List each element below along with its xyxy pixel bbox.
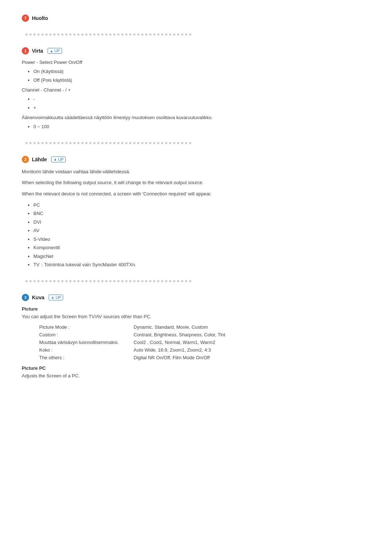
list-item: Koko : Auto Wide, 16:9, Zoom1, Zoom2, 4:… — [39, 347, 370, 353]
lahde-desc-line3: When the relevant device is not connecte… — [22, 190, 370, 198]
list-item: TV：Toimintoa tukevat vain SyncMaster 400… — [33, 261, 370, 268]
list-item-label: Muuttaa värisävyn luonnollisemmaksi. — [39, 340, 134, 345]
list-item: Muuttaa värisävyn luonnollisemmaksi. Coo… — [39, 340, 370, 345]
kuva-picture-desc: You can adjust the Screen from TV/AV sou… — [22, 313, 370, 321]
virta-channel-label: Channel - Channel - / + — [22, 87, 370, 93]
up-label: UP — [54, 49, 60, 53]
virta-header: 1 Virta ▲ UP — [22, 47, 370, 54]
virta-title: Virta — [32, 48, 43, 54]
virta-power-label: Power - Select Power On/Off — [22, 60, 370, 65]
kuva-up-badge[interactable]: ▲ UP — [49, 295, 63, 300]
up-arrow-icon: ▲ — [53, 157, 57, 161]
lahde-section: 2 Lähde ▲ UP Monitorin lähde voidaan vai… — [22, 156, 370, 268]
kuva-section: 3 Kuva ▲ UP Picture You can adjust the S… — [22, 294, 370, 380]
list-item: 0 ~ 100 — [33, 123, 370, 130]
kuva-badge: 3 — [22, 294, 29, 301]
list-item: BNC — [33, 210, 370, 217]
list-item: The others : Digital NR On/Off, Film Mod… — [39, 355, 370, 360]
virta-power-block: Power - Select Power On/Off On (Käytössä… — [22, 60, 370, 84]
virta-badge: 1 — [22, 47, 29, 54]
list-item-label: Picture Mode : — [39, 324, 134, 330]
list-item-value: Cool2 , Cool1, Normal, Warm1, Warm2 — [134, 340, 215, 345]
virta-power-list: On (Käytössä) Off (Pois käytöstä) — [22, 68, 370, 84]
list-item: MagicNet — [33, 253, 370, 260]
kuva-picture-list: Picture Mode : Dynamic, Standard, Movie,… — [22, 324, 370, 360]
up-arrow-icon: ▲ — [51, 295, 54, 299]
list-item: Komponentti — [33, 244, 370, 251]
list-item-label: Koko : — [39, 347, 134, 353]
list-item-value: Digital NR On/Off, Film Mode On/Off — [134, 355, 210, 360]
virta-section: 1 Virta ▲ UP Power - Select Power On/Off… — [22, 47, 370, 130]
list-item-value: Dynamic, Standard, Movie, Custom — [134, 324, 208, 330]
list-item-value: Auto Wide, 16:9, Zoom1, Zoom2, 4:3 — [134, 347, 211, 353]
list-item: PC — [33, 202, 370, 209]
up-label: UP — [58, 157, 64, 162]
list-item: Off (Pois käytöstä) — [33, 77, 370, 84]
list-item: Picture Mode : Dynamic, Standard, Movie,… — [39, 324, 370, 330]
kuva-header: 3 Kuva ▲ UP — [22, 294, 370, 301]
list-item: DVI — [33, 219, 370, 226]
virta-up-badge[interactable]: ▲ UP — [48, 48, 62, 54]
divider-3 — [22, 280, 370, 282]
lahde-header: 2 Lähde ▲ UP — [22, 156, 370, 163]
huolto-badge: 7 — [22, 15, 29, 22]
huolto-title: Huolto — [32, 15, 48, 21]
lahde-description: Monitorin lähde voidaan vaihtaa lähde-vä… — [22, 168, 370, 198]
list-item: On (Käytössä) — [33, 68, 370, 75]
kuva-picture-pc-desc: Adjusts the Screen of a PC. — [22, 372, 370, 380]
up-arrow-icon: ▲ — [50, 49, 53, 53]
virta-channel-block: Channel - Channel - / + - + — [22, 87, 370, 111]
virta-channel-list: - + — [22, 96, 370, 111]
lahde-source-list: PC BNC DVI AV S-Video Komponentti MagicN… — [22, 202, 370, 268]
divider-2 — [22, 142, 370, 144]
list-item: + — [33, 104, 370, 112]
list-item-label: Custom : — [39, 332, 134, 337]
kuva-picture-pc-block: Picture PC Adjusts the Screen of a PC. — [22, 365, 370, 380]
up-label: UP — [56, 295, 61, 300]
virta-volume-list: 0 ~ 100 — [22, 123, 370, 130]
lahde-desc-line1: Monitorin lähde voidaan vaihtaa lähde-vä… — [22, 168, 370, 176]
lahde-desc-line2: When selecting the following output sour… — [22, 179, 370, 187]
lahde-title: Lähde — [32, 157, 47, 162]
huolto-section: 7 Huolto — [22, 15, 370, 22]
list-item-label: The others : — [39, 355, 134, 360]
list-item-value: Contrast, Brightness, Sharpness, Color, … — [134, 332, 225, 337]
kuva-picture-pc-title: Picture PC — [22, 365, 370, 371]
kuva-title: Kuva — [32, 295, 44, 300]
kuva-picture-title: Picture — [22, 306, 370, 312]
list-item: Custom : Contrast, Brightness, Sharpness… — [39, 332, 370, 337]
list-item: AV — [33, 227, 370, 234]
list-item: S-Video — [33, 236, 370, 243]
virta-volume-label: Äänenvoimakkuutta säädettäessä näyttöön … — [22, 115, 370, 120]
kuva-picture-block: Picture You can adjust the Screen from T… — [22, 306, 370, 360]
list-item: - — [33, 96, 370, 103]
divider-1 — [22, 33, 370, 36]
huolto-header: 7 Huolto — [22, 15, 370, 22]
lahde-badge: 2 — [22, 156, 29, 163]
lahde-up-badge[interactable]: ▲ UP — [51, 157, 66, 162]
virta-volume-block: Äänenvoimakkuutta säädettäessä näyttöön … — [22, 115, 370, 130]
